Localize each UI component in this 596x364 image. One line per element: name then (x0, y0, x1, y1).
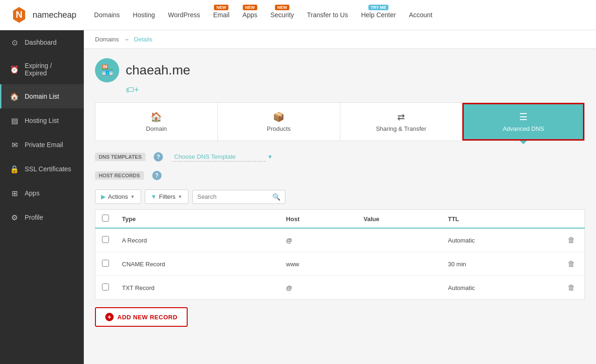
apps-icon: ⊞ (10, 189, 19, 198)
tabs-container: 🏠 Domain 📦 Products ⇄ Sharing & Transfer… (95, 102, 585, 141)
nav-hosting[interactable]: Hosting (133, 9, 155, 20)
sidebar-item-profile[interactable]: ⚙ Profile (0, 205, 84, 229)
domain-avatar-icon: 🏪 (101, 64, 114, 76)
svg-text:N: N (16, 9, 22, 20)
search-box: 🔍 (192, 190, 285, 204)
search-icon: 🔍 (272, 193, 280, 201)
help-badge: TRY ME (368, 5, 389, 10)
record-ttl-2: Automatic (441, 276, 558, 300)
sidebar-item-ssl[interactable]: 🔒 SSL Certificates (0, 157, 84, 181)
tab-sharing-label: Sharing & Transfer (376, 125, 426, 132)
add-record-plus-icon: + (105, 313, 114, 321)
record-ttl-1: 30 min (441, 252, 558, 276)
topnav: N namecheap Domains Hosting WordPress NE… (0, 0, 596, 30)
breadcrumb-current[interactable]: Details (134, 36, 153, 43)
sidebar-label-domain-list: Domain List (25, 93, 59, 100)
table-row: CNAME Record www 30 min 🗑 (95, 252, 585, 276)
sidebar-item-dashboard[interactable]: ⊙ Dashboard (0, 30, 84, 54)
sidebar-label-profile: Profile (25, 214, 43, 221)
actions-button[interactable]: ▶ Actions ▼ (95, 189, 141, 204)
actions-caret-icon: ▼ (130, 194, 135, 199)
breadcrumb-parent[interactable]: Domains (95, 36, 119, 43)
domain-list-icon: 🏠 (10, 92, 19, 101)
sidebar-label-ssl: SSL Certificates (25, 165, 71, 173)
record-value-0 (357, 228, 441, 252)
nav-wordpress[interactable]: WordPress (168, 9, 200, 20)
logo[interactable]: N namecheap (9, 5, 76, 25)
dns-templates-section: DNS TEMPLATES ? Choose DNS Template Basi… (95, 152, 585, 162)
sharing-tab-icon: ⇄ (397, 111, 405, 122)
actions-play-icon: ▶ (101, 193, 106, 200)
sidebar: ⊙ Dashboard ⏰ Expiring / Expired 🏠 Domai… (0, 30, 84, 364)
table-row: TXT Record @ Automatic 🗑 (95, 276, 585, 300)
domain-tag-icon: 🏷+ (126, 85, 139, 95)
filters-funnel-icon: ▼ (151, 193, 157, 200)
toolbar: ▶ Actions ▼ ▼ Filters ▼ 🔍 (95, 189, 585, 204)
nav-apps[interactable]: NEW Apps (243, 9, 257, 20)
sidebar-item-expiring[interactable]: ⏰ Expiring / Expired (0, 54, 84, 84)
sidebar-label-expiring: Expiring / Expired (25, 62, 75, 77)
tab-domain[interactable]: 🏠 Domain (95, 103, 218, 141)
domain-avatar: 🏪 (95, 58, 119, 82)
nav-domains[interactable]: Domains (94, 9, 120, 20)
filters-caret-icon: ▼ (178, 194, 183, 199)
add-record-label: ADD NEW RECORD (117, 314, 177, 321)
tab-advanced-dns[interactable]: ☰ Advanced DNS (462, 103, 584, 141)
profile-icon: ⚙ (10, 213, 19, 222)
nav-account[interactable]: Account (409, 9, 433, 20)
nav-email[interactable]: NEW Email (213, 9, 230, 20)
record-type-1: CNAME Record (115, 252, 279, 276)
products-tab-icon: 📦 (273, 111, 284, 122)
add-record-button[interactable]: + ADD NEW RECORD (95, 307, 188, 327)
sidebar-label-private-email: Private Email (25, 141, 63, 148)
dashboard-icon: ⊙ (10, 38, 19, 47)
sidebar-label-hosting-list: Hosting List (25, 117, 59, 124)
apps-badge: NEW (243, 5, 257, 10)
host-records-label: HOST RECORDS (95, 171, 144, 180)
record-value-2 (357, 276, 441, 300)
sidebar-item-private-email[interactable]: ✉ Private Email (0, 133, 84, 157)
sidebar-item-hosting-list[interactable]: ▤ Hosting List (0, 108, 84, 133)
table-header: Type Host Value TTL (95, 210, 585, 229)
filters-label: Filters (159, 193, 175, 200)
host-records-help[interactable]: ? (152, 171, 162, 180)
domain-tags: 🏷+ (126, 85, 585, 95)
col-ttl: TTL (441, 210, 558, 229)
private-email-icon: ✉ (10, 140, 19, 149)
sidebar-item-apps[interactable]: ⊞ Apps (0, 181, 84, 205)
tab-products[interactable]: 📦 Products (218, 103, 340, 141)
nav-help[interactable]: TRY ME Help Center (361, 9, 396, 20)
security-badge: NEW (275, 5, 290, 10)
expiring-icon: ⏰ (10, 65, 19, 74)
dns-select-arrow-icon: ▼ (267, 154, 273, 160)
email-badge: NEW (214, 5, 229, 10)
delete-row-0[interactable]: 🗑 (565, 235, 578, 245)
nav-security[interactable]: NEW Security (271, 9, 294, 20)
row-checkbox-0[interactable] (102, 236, 109, 243)
dns-templates-label: DNS TEMPLATES (95, 153, 145, 161)
logo-text: namecheap (33, 10, 76, 20)
sidebar-label-dashboard: Dashboard (25, 39, 57, 46)
search-input[interactable] (197, 193, 270, 200)
tab-domain-label: Domain (146, 125, 167, 132)
col-value: Value (357, 210, 441, 229)
actions-label: Actions (108, 193, 128, 200)
delete-row-1[interactable]: 🗑 (565, 259, 578, 269)
filters-button[interactable]: ▼ Filters ▼ (145, 189, 189, 204)
row-checkbox-1[interactable] (102, 260, 109, 267)
sidebar-item-domain-list[interactable]: 🏠 Domain List (0, 84, 84, 108)
tab-sharing[interactable]: ⇄ Sharing & Transfer (340, 103, 463, 141)
host-records-section: HOST RECORDS ? (95, 171, 585, 180)
table-body: A Record @ Automatic 🗑 CNAME Record www … (95, 228, 585, 300)
table-row: A Record @ Automatic 🗑 (95, 228, 585, 252)
select-all-checkbox[interactable] (102, 215, 109, 222)
dns-template-select[interactable]: Choose DNS Template Basic DNS Custom DNS (172, 152, 265, 162)
delete-row-2[interactable]: 🗑 (565, 283, 578, 293)
row-checkbox-2[interactable] (102, 283, 109, 290)
tab-advanced-dns-label: Advanced DNS (503, 125, 544, 132)
record-host-2: @ (279, 276, 357, 300)
record-host-1: www (279, 252, 357, 276)
domain-header: 🏪 chaeah.me (95, 58, 585, 82)
nav-transfer[interactable]: Transfer to Us (307, 9, 348, 20)
dns-templates-help[interactable]: ? (154, 152, 163, 162)
